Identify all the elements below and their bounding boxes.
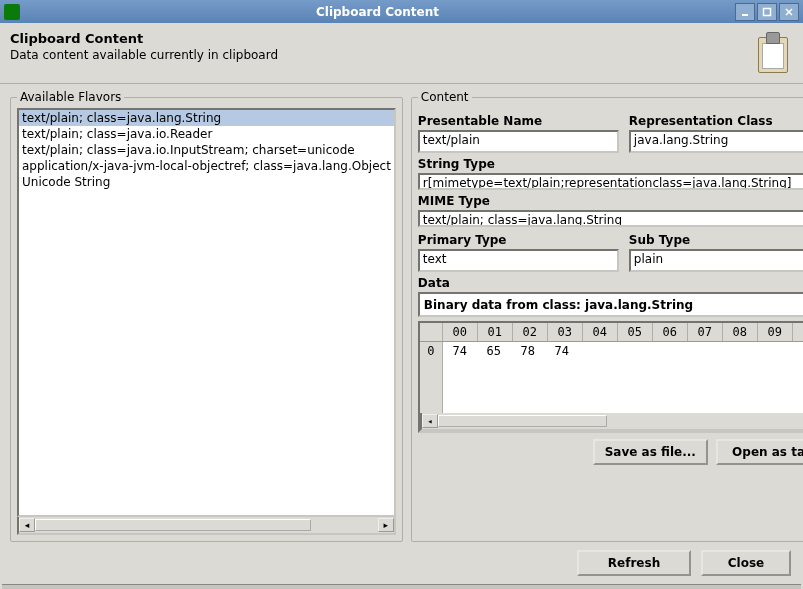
hex-column-header: 08 bbox=[723, 323, 758, 341]
flavor-item[interactable]: application/x-java-jvm-local-objectref; … bbox=[19, 158, 394, 174]
hex-byte: 74 bbox=[545, 344, 579, 413]
representation-class-label: Representation Class bbox=[629, 114, 803, 128]
status-bar bbox=[2, 584, 801, 589]
content-legend: Content bbox=[418, 90, 472, 104]
flavors-listbox[interactable]: text/plain; class=java.lang.Stringtext/p… bbox=[17, 108, 396, 517]
hex-column-header: 01 bbox=[478, 323, 513, 341]
clipboard-icon bbox=[755, 31, 789, 73]
hex-column-header: 00 bbox=[443, 323, 478, 341]
hex-row-offset: 0 bbox=[420, 342, 443, 413]
mime-type-field[interactable]: text/plain; class=java.lang.String bbox=[418, 210, 803, 227]
presentable-name-label: Presentable Name bbox=[418, 114, 619, 128]
header-subtitle: Data content available currently in clip… bbox=[10, 48, 755, 62]
available-flavors-group: Available Flavors text/plain; class=java… bbox=[10, 90, 403, 542]
hex-column-header: 05 bbox=[618, 323, 653, 341]
close-button[interactable]: Close bbox=[701, 550, 791, 576]
hex-column-header: 0A bbox=[793, 323, 803, 341]
open-as-tab-button[interactable]: Open as tab bbox=[716, 439, 803, 465]
hex-column-header: 07 bbox=[688, 323, 723, 341]
flavors-legend: Available Flavors bbox=[17, 90, 124, 104]
app-icon bbox=[4, 4, 20, 20]
mime-type-label: MIME Type bbox=[418, 194, 803, 208]
hex-byte: 78 bbox=[511, 344, 545, 413]
scroll-right-icon[interactable]: ▸ bbox=[378, 518, 394, 532]
svg-rect-1 bbox=[764, 8, 771, 15]
primary-type-field[interactable]: text bbox=[418, 249, 619, 272]
hex-column-header: 09 bbox=[758, 323, 793, 341]
hex-column-header: 03 bbox=[548, 323, 583, 341]
window-title: Clipboard Content bbox=[20, 5, 735, 19]
scroll-left-icon[interactable]: ◂ bbox=[19, 518, 35, 532]
primary-type-label: Primary Type bbox=[418, 233, 619, 247]
flavors-scrollbar[interactable]: ◂ ▸ bbox=[17, 517, 396, 535]
hex-column-header: 06 bbox=[653, 323, 688, 341]
string-type-field[interactable]: r[mimetype=text/plain;representationclas… bbox=[418, 173, 803, 190]
sub-type-field[interactable]: plain bbox=[629, 249, 803, 272]
hex-scrollbar[interactable]: ◂ ▸ bbox=[420, 413, 803, 431]
hex-byte: 65 bbox=[477, 344, 511, 413]
data-format-dropdown[interactable]: Binary data from class: java.lang.String… bbox=[418, 292, 803, 317]
save-as-file-button[interactable]: Save as file... bbox=[593, 439, 708, 465]
flavor-item[interactable]: Unicode String bbox=[19, 174, 394, 190]
hex-column-header: 02 bbox=[513, 323, 548, 341]
flavor-item[interactable]: text/plain; class=java.io.InputStream; c… bbox=[19, 142, 394, 158]
scroll-left-icon[interactable]: ◂ bbox=[422, 414, 438, 428]
title-bar: Clipboard Content bbox=[0, 0, 803, 23]
flavor-item[interactable]: text/plain; class=java.lang.String bbox=[19, 110, 394, 126]
maximize-button[interactable] bbox=[757, 3, 777, 21]
flavor-item[interactable]: text/plain; class=java.io.Reader bbox=[19, 126, 394, 142]
content-group: Content Presentable Name text/plain Repr… bbox=[411, 90, 803, 542]
data-format-selected: Binary data from class: java.lang.String bbox=[424, 298, 803, 312]
refresh-button[interactable]: Refresh bbox=[577, 550, 691, 576]
header-title: Clipboard Content bbox=[10, 31, 755, 46]
sub-type-label: Sub Type bbox=[629, 233, 803, 247]
header: Clipboard Content Data content available… bbox=[0, 23, 803, 84]
presentable-name-field[interactable]: text/plain bbox=[418, 130, 619, 153]
data-label: Data bbox=[418, 276, 803, 290]
hex-byte: 74 bbox=[443, 344, 477, 413]
minimize-button[interactable] bbox=[735, 3, 755, 21]
hex-column-header: 04 bbox=[583, 323, 618, 341]
hex-viewer: 000102030405060708090A 074657874 ◂ ▸ bbox=[418, 321, 803, 433]
representation-class-field[interactable]: java.lang.String bbox=[629, 130, 803, 153]
close-window-button[interactable] bbox=[779, 3, 799, 21]
string-type-label: String Type bbox=[418, 157, 803, 171]
